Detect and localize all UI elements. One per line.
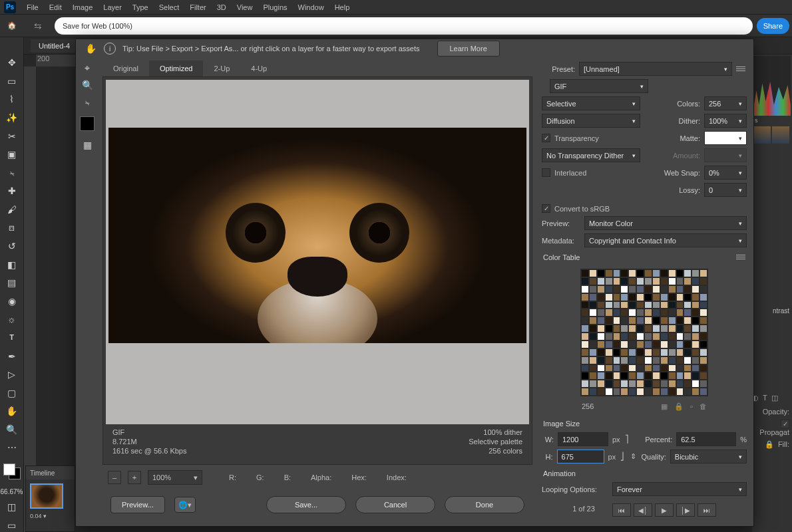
preview-profile-select[interactable]: Monitor Color▾ (584, 216, 747, 230)
frame-duration[interactable]: 0.04 ▾ (26, 513, 75, 519)
gradient-tool-icon[interactable]: ▤ (4, 276, 20, 290)
lasso-tool-icon[interactable]: ⌇ (4, 92, 20, 106)
done-button[interactable]: Done (445, 496, 524, 513)
zoom-select[interactable]: 100%▾ (148, 470, 202, 485)
colors-select[interactable]: 256▾ (704, 96, 747, 110)
crop-tool-icon[interactable]: ✂ (4, 129, 20, 143)
reduction-select[interactable]: Selective▾ (542, 96, 640, 110)
menu-type[interactable]: Type (127, 1, 154, 13)
menu-file[interactable]: File (21, 1, 44, 13)
timeline-frame[interactable] (30, 483, 63, 509)
preview-tab-4-up[interactable]: 4-Up (240, 61, 278, 76)
interlaced-checkbox[interactable] (542, 168, 550, 177)
eyedropper-icon[interactable]: ⍀ (80, 95, 95, 110)
quickmask-icon[interactable]: ◫ (4, 500, 20, 514)
menu-window[interactable]: Window (293, 1, 329, 13)
brush-tool-icon[interactable]: 🖌 (4, 203, 20, 217)
frame-tool-icon[interactable]: ▣ (4, 148, 20, 162)
slice-tool-icon[interactable]: ⌖ (80, 61, 95, 75)
preview-tab-optimized[interactable]: Optimized (149, 61, 204, 76)
zoom-out-icon[interactable]: – (108, 471, 121, 484)
menu-edit[interactable]: Edit (44, 1, 67, 13)
workspace-icon[interactable]: ⇆ (24, 21, 52, 31)
dither-method-select[interactable]: Diffusion▾ (542, 114, 640, 128)
srgb-checkbox[interactable]: ✓ (542, 204, 550, 213)
save-button[interactable]: Save... (266, 496, 346, 513)
thumb[interactable] (772, 126, 789, 144)
document-tab[interactable]: Untitled-4 (31, 39, 78, 53)
slice-visibility-icon[interactable]: ▦ (80, 138, 95, 152)
zoom-in-icon[interactable]: + (128, 471, 141, 484)
cancel-button[interactable]: Cancel (355, 496, 435, 513)
lock-color-icon[interactable]: 🔒 (674, 402, 684, 411)
color-swatches[interactable] (3, 464, 21, 479)
panel-menu-icon[interactable] (736, 65, 747, 73)
stamp-tool-icon[interactable]: ⧈ (4, 221, 20, 235)
type-tool-icon[interactable]: T (4, 331, 20, 345)
height-input[interactable]: 675 (557, 450, 604, 464)
width-input[interactable]: 1200 (558, 432, 608, 446)
dither-select[interactable]: 100%▾ (704, 114, 747, 128)
percent-input[interactable]: 62.5 (676, 432, 736, 446)
wand-tool-icon[interactable]: ✨ (4, 111, 20, 125)
thumb[interactable] (753, 126, 771, 144)
zoom-tool-icon[interactable]: 🔍 (4, 423, 20, 437)
pen-tool-icon[interactable]: ✒ (4, 349, 20, 363)
blur-tool-icon[interactable]: ◉ (4, 295, 20, 309)
marquee-tool-icon[interactable]: ▭ (4, 74, 20, 88)
transparency-checkbox[interactable]: ✓ (542, 134, 550, 142)
browser-preview-icon[interactable]: 🌐▾ (174, 497, 196, 513)
history-brush-icon[interactable]: ↺ (4, 239, 20, 253)
move-tool-icon[interactable]: ✥ (4, 56, 20, 70)
menu-select[interactable]: Select (154, 1, 185, 13)
preview-canvas[interactable] (106, 80, 529, 424)
play-icon[interactable]: ▶ (655, 503, 674, 517)
transp-dither-select[interactable]: No Transparency Dither▾ (542, 148, 640, 162)
last-frame-icon[interactable]: ⏭ (697, 503, 716, 517)
trash-icon[interactable]: 🗑 (699, 402, 707, 411)
lock-icon[interactable]: 🔒 (765, 440, 774, 448)
menu-help[interactable]: Help (329, 1, 355, 13)
eraser-tool-icon[interactable]: ◧ (4, 257, 20, 271)
edit-toolbar-icon[interactable]: ⋯ (4, 441, 20, 455)
home-icon[interactable]: 🏠 (0, 21, 24, 30)
zoom-tool-icon[interactable]: 🔍 (80, 78, 95, 92)
format-select[interactable]: GIF▾ (550, 79, 648, 93)
screenmode-icon[interactable]: ▭ (4, 519, 20, 532)
snap-web-icon[interactable]: ▦ (661, 402, 668, 411)
preview-button[interactable]: Preview... (110, 496, 165, 513)
colortable-menu-icon[interactable] (736, 253, 747, 261)
type-icon[interactable]: T (763, 394, 767, 402)
menu-layer[interactable]: Layer (98, 1, 127, 13)
quality-select[interactable]: Bicubic▾ (670, 450, 747, 464)
learn-more-button[interactable]: Learn More (437, 41, 500, 57)
heal-tool-icon[interactable]: ✚ (4, 184, 20, 198)
menu-filter[interactable]: Filter (184, 1, 211, 13)
mask-icon[interactable]: ◫ (771, 394, 778, 402)
next-frame-icon[interactable]: │▶ (676, 503, 695, 517)
constrain-icon[interactable]: ⇕ (630, 452, 636, 461)
hand-icon[interactable]: ✋ (84, 42, 97, 55)
prev-frame-icon[interactable]: ◀│ (634, 503, 652, 517)
preset-select[interactable]: [Unnamed]▾ (579, 62, 732, 76)
menu-3d[interactable]: 3D (212, 1, 232, 13)
menu-plugins[interactable]: Plugins (258, 1, 292, 13)
color-table[interactable] (580, 269, 708, 396)
lossy-select[interactable]: 0▾ (704, 183, 747, 197)
loop-select[interactable]: Forever▾ (612, 482, 747, 496)
search-field[interactable]: Save for Web (100%) (55, 17, 753, 35)
first-frame-icon[interactable]: ⏮ (612, 503, 631, 517)
path-select-icon[interactable]: ▷ (4, 368, 20, 382)
hand-tool-icon[interactable]: ✋ (4, 404, 20, 418)
metadata-select[interactable]: Copyright and Contact Info▾ (584, 233, 747, 247)
new-color-icon[interactable]: ▫ (690, 402, 693, 411)
eyedropper-tool-icon[interactable]: ⍀ (4, 166, 20, 180)
dodge-tool-icon[interactable]: ☼ (4, 313, 20, 327)
share-button[interactable]: Share (757, 18, 789, 34)
preview-tab-original[interactable]: Original (102, 61, 149, 76)
preview-tab-2-up[interactable]: 2-Up (203, 61, 240, 76)
matte-select[interactable]: ▾ (704, 131, 747, 145)
websnap-select[interactable]: 0%▾ (704, 166, 747, 180)
menu-view[interactable]: View (232, 1, 258, 13)
shape-tool-icon[interactable]: ▢ (4, 386, 20, 400)
